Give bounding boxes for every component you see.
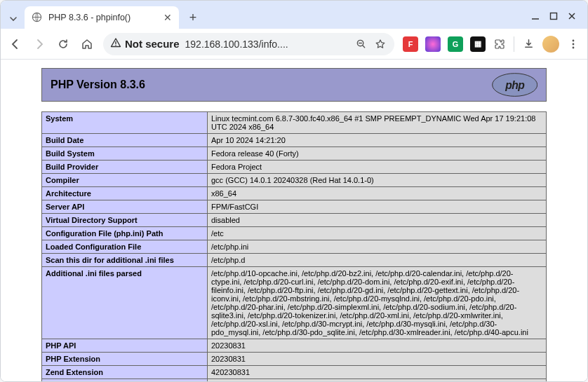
row-key: Architecture [42, 187, 208, 200]
table-row: Build SystemFedora release 40 (Forty) [42, 147, 547, 161]
row-value: Linux tecmint.com 6.8.7-300.fc40.x86_64 … [208, 112, 547, 134]
svg-point-3 [573, 39, 575, 41]
back-button[interactable] [8, 36, 23, 52]
table-row: Scan this dir for additional .ini files/… [42, 254, 547, 267]
toolbar: Not secure 192.168.100.133/info.... F G … [1, 29, 587, 60]
phpinfo-table: SystemLinux tecmint.com 6.8.7-300.fc40.x… [41, 111, 547, 381]
row-value: FPM/FastCGI [208, 200, 547, 214]
extension-grammarly-icon[interactable]: G [448, 36, 463, 52]
row-value: 420230831 [208, 366, 547, 379]
tab-strip: PHP 8.3.6 - phpinfo() ✕ + [1, 1, 587, 29]
table-row: Zend Extension BuildAPI420230831,NTS [42, 379, 547, 382]
row-key: Build Provider [42, 161, 208, 174]
tab-title: PHP 8.3.6 - phpinfo() [48, 13, 131, 22]
row-value: /etc/php.ini [208, 240, 547, 254]
table-row: Virtual Directory Supportdisabled [42, 214, 547, 227]
table-row: Loaded Configuration File/etc/php.ini [42, 240, 547, 254]
row-key: Server API [42, 200, 208, 214]
row-value: 20230831 [208, 339, 547, 353]
address-bar[interactable]: Not secure 192.168.100.133/info.... [103, 33, 394, 55]
table-row: Architecturex86_64 [42, 187, 547, 200]
row-value: API420230831,NTS [208, 379, 547, 382]
row-value: /etc/php.d/10-opcache.ini, /etc/php.d/20… [208, 267, 547, 339]
not-secure-label: Not secure [125, 38, 180, 50]
row-value: /etc [208, 227, 547, 240]
row-value: 20230831 [208, 353, 547, 366]
extension-gradient-icon[interactable] [425, 36, 441, 52]
extensions-puzzle-icon[interactable] [493, 37, 507, 51]
window-controls [531, 11, 583, 29]
table-row: Additional .ini files parsed/etc/php.d/1… [42, 267, 547, 339]
svg-rect-1 [551, 13, 557, 20]
table-row: Build ProviderFedora Project [42, 161, 547, 174]
svg-point-4 [573, 43, 575, 45]
browser-tab[interactable]: PHP 8.3.6 - phpinfo() ✕ [25, 6, 179, 29]
maximize-icon[interactable] [549, 11, 558, 23]
table-row: Zend Extension420230831 [42, 366, 547, 379]
profile-avatar[interactable] [542, 36, 559, 53]
table-row: SystemLinux tecmint.com 6.8.7-300.fc40.x… [42, 112, 547, 134]
svg-point-5 [573, 46, 575, 48]
row-value: /etc/php.d [208, 254, 547, 267]
downloads-icon[interactable] [521, 37, 535, 51]
row-value: disabled [208, 214, 547, 227]
row-key: Build Date [42, 134, 208, 147]
row-value: gcc (GCC) 14.0.1 20240328 (Red Hat 14.0.… [208, 174, 547, 187]
row-key: Loaded Configuration File [42, 240, 208, 254]
warning-icon [110, 37, 121, 50]
row-key: Additional .ini files parsed [42, 267, 208, 339]
php-header: PHP Version 8.3.6 php [41, 68, 547, 102]
bookmark-star-icon[interactable] [373, 37, 387, 51]
forward-button[interactable] [32, 36, 47, 52]
globe-icon [32, 12, 43, 23]
table-row: PHP API20230831 [42, 339, 547, 353]
row-value: Apr 10 2024 14:21:20 [208, 134, 547, 147]
row-value: Fedora Project [208, 161, 547, 174]
row-key: Configuration File (php.ini) Path [42, 227, 208, 240]
table-row: Build DateApr 10 2024 14:21:20 [42, 134, 547, 147]
row-key: Scan this dir for additional .ini files [42, 254, 208, 267]
row-key: Compiler [42, 174, 208, 187]
home-button[interactable] [79, 36, 95, 52]
reload-button[interactable] [55, 36, 71, 52]
toolbar-divider [514, 36, 514, 52]
extension-black-icon[interactable]: ▦ [470, 36, 486, 52]
row-value: x86_64 [208, 187, 547, 200]
row-value: Fedora release 40 (Forty) [208, 147, 547, 161]
close-window-icon[interactable] [568, 11, 576, 23]
minimize-icon[interactable] [531, 11, 540, 23]
row-key: Zend Extension [42, 366, 208, 379]
row-key: Build System [42, 147, 208, 161]
row-key: Virtual Directory Support [42, 214, 208, 227]
new-tab-button[interactable]: + [183, 8, 203, 27]
security-indicator[interactable]: Not secure [110, 37, 180, 50]
toolbar-right: F G ▦ [403, 36, 580, 53]
zoom-icon[interactable] [354, 37, 368, 51]
table-row: Server APIFPM/FastCGI [42, 200, 547, 214]
extension-flipboard-icon[interactable]: F [403, 36, 418, 52]
menu-icon[interactable] [566, 37, 580, 51]
row-key: Zend Extension Build [42, 379, 208, 382]
table-row: PHP Extension20230831 [42, 353, 547, 366]
tab-dropdown-icon[interactable] [5, 9, 22, 29]
page-title: PHP Version 8.3.6 [51, 79, 145, 91]
url-text: 192.168.100.133/info.... [185, 39, 348, 50]
phpinfo-page: PHP Version 8.3.6 php SystemLinux tecmin… [1, 60, 587, 381]
php-logo: php [492, 73, 537, 97]
svg-text:php: php [505, 79, 525, 91]
close-tab-icon[interactable]: ✕ [163, 12, 172, 23]
page-viewport[interactable]: PHP Version 8.3.6 php SystemLinux tecmin… [1, 60, 587, 381]
table-row: Compilergcc (GCC) 14.0.1 20240328 (Red H… [42, 174, 547, 187]
row-key: PHP Extension [42, 353, 208, 366]
browser-window: PHP 8.3.6 - phpinfo() ✕ + N [0, 0, 588, 382]
row-key: System [42, 112, 208, 134]
row-key: PHP API [42, 339, 208, 353]
table-row: Configuration File (php.ini) Path/etc [42, 227, 547, 240]
